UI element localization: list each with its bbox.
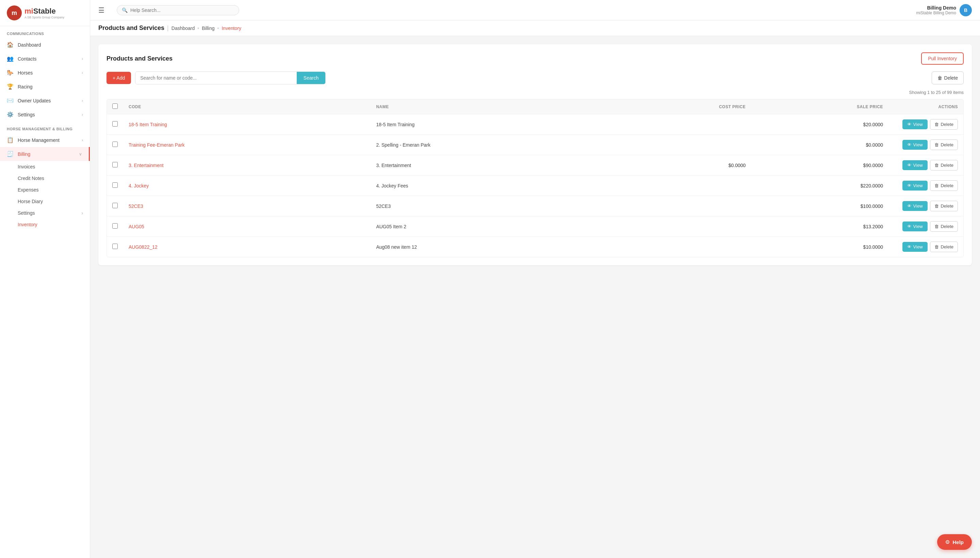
help-button[interactable]: ⊙ Help xyxy=(937,534,972,550)
sidebar-item-settings[interactable]: ⚙️ Settings › xyxy=(0,108,90,121)
row-code[interactable]: 3. Entertainment xyxy=(123,155,371,176)
view-button[interactable]: 👁 View xyxy=(903,181,927,190)
table-row: 3. Entertainment 3. Entertainment $0.000… xyxy=(107,155,963,176)
select-all-checkbox[interactable] xyxy=(112,103,118,109)
hamburger-icon[interactable]: ☰ xyxy=(98,6,105,14)
sidebar-item-owner-updates[interactable]: ✉️ Owner Updates › xyxy=(0,94,90,108)
delete-row-button[interactable]: 🗑 Delete xyxy=(930,241,958,252)
row-checkbox[interactable] xyxy=(112,162,118,167)
delete-row-button[interactable]: 🗑 Delete xyxy=(930,201,958,211)
sidebar-sub-invoices[interactable]: Invoices xyxy=(0,161,90,172)
row-actions: 👁 View 🗑 Delete xyxy=(888,217,963,237)
sidebar-sub-credit-notes[interactable]: Credit Notes xyxy=(0,172,90,184)
topbar-search: 🔍 xyxy=(117,5,239,15)
row-code[interactable]: 52CE3 xyxy=(123,196,371,217)
page-title: Products and Services xyxy=(98,25,164,32)
row-checkbox[interactable] xyxy=(112,182,118,188)
trash-icon: 🗑 xyxy=(934,162,939,168)
help-icon: ⊙ xyxy=(945,539,950,545)
view-button[interactable]: 👁 View xyxy=(903,222,927,231)
search-icon: 🔍 xyxy=(122,8,128,13)
delete-row-button[interactable]: 🗑 Delete xyxy=(930,140,958,150)
row-code[interactable]: AUG0822_12 xyxy=(123,237,371,257)
eye-icon: 👁 xyxy=(907,224,912,229)
trash-icon: 🗑 xyxy=(934,183,939,188)
row-checkbox[interactable] xyxy=(112,244,118,249)
logo-text: miStable xyxy=(25,7,64,16)
row-actions: 👁 View 🗑 Delete xyxy=(888,237,963,257)
view-button[interactable]: 👁 View xyxy=(903,242,927,252)
chevron-right-icon: › xyxy=(82,98,83,103)
delete-row-button[interactable]: 🗑 Delete xyxy=(930,181,958,191)
horse-mgmt-icon: 📋 xyxy=(7,137,14,143)
breadcrumb-dashboard[interactable]: Dashboard xyxy=(171,26,195,31)
sidebar-item-billing[interactable]: 🧾 Billing ∨ xyxy=(0,147,90,161)
sidebar-item-horses[interactable]: 🐎 Horses › xyxy=(0,66,90,80)
row-checkbox[interactable] xyxy=(112,223,118,229)
table-row: 52CE3 52CE3 $100.0000 👁 View 🗑 Delete xyxy=(107,196,963,217)
chevron-right-icon: › xyxy=(82,56,83,61)
breadcrumb-dot: • xyxy=(197,26,199,31)
user-name: Billing Demo xyxy=(916,5,956,11)
sidebar-item-racing[interactable]: 🏆 Racing xyxy=(0,80,90,94)
view-button[interactable]: 👁 View xyxy=(903,140,927,150)
products-table: CODE NAME COST PRICE SALE PRICE ACTIONS … xyxy=(107,99,963,257)
row-code[interactable]: Training Fee-Emeran Park xyxy=(123,135,371,155)
sidebar-sub-horse-diary[interactable]: Horse Diary xyxy=(0,195,90,207)
row-checkbox[interactable] xyxy=(112,121,118,126)
row-name: AUG05 Item 2 xyxy=(371,217,612,237)
racing-icon: 🏆 xyxy=(7,84,14,90)
search-field-wrap: Search xyxy=(135,71,326,84)
sidebar-item-label: Racing xyxy=(18,84,83,89)
row-code[interactable]: 18-5 Item Training xyxy=(123,114,371,135)
col-cost-price: COST PRICE xyxy=(612,99,751,114)
sidebar: m miStable A SB Sports Group Company COM… xyxy=(0,0,90,558)
sidebar-sub-settings[interactable]: Settings › xyxy=(0,207,90,219)
pull-inventory-button[interactable]: Pull Inventory xyxy=(921,53,964,65)
trash-icon: 🗑 xyxy=(934,142,939,147)
row-name: 52CE3 xyxy=(371,196,612,217)
row-actions: 👁 View 🗑 Delete xyxy=(888,114,963,135)
row-actions: 👁 View 🗑 Delete xyxy=(888,155,963,176)
eye-icon: 👁 xyxy=(907,244,912,249)
sidebar-sub-inventory[interactable]: Inventory xyxy=(0,219,90,230)
view-button[interactable]: 👁 View xyxy=(903,120,927,129)
row-sale-price: $13.2000 xyxy=(751,217,888,237)
sidebar-sub-expenses[interactable]: Expenses xyxy=(0,184,90,195)
row-checkbox[interactable] xyxy=(112,141,118,147)
settings-icon: ⚙️ xyxy=(7,111,14,118)
row-checkbox[interactable] xyxy=(112,203,118,208)
table-row: AUG05 AUG05 Item 2 $13.2000 👁 View 🗑 Del… xyxy=(107,217,963,237)
view-button[interactable]: 👁 View xyxy=(903,201,927,211)
delete-row-button[interactable]: 🗑 Delete xyxy=(930,160,958,171)
search-button[interactable]: Search xyxy=(297,72,325,84)
help-search-input[interactable] xyxy=(130,8,219,13)
contacts-icon: 👥 xyxy=(7,56,14,62)
col-name: NAME xyxy=(371,99,612,114)
sidebar-item-contacts[interactable]: 👥 Contacts › xyxy=(0,52,90,66)
billing-icon: 🧾 xyxy=(7,151,14,157)
table-row: 4. Jockey 4. Jockey Fees $220.0000 👁 Vie… xyxy=(107,176,963,196)
sidebar-item-label: Dashboard xyxy=(18,42,83,48)
row-code[interactable]: AUG05 xyxy=(123,217,371,237)
delete-row-button[interactable]: 🗑 Delete xyxy=(930,221,958,232)
breadcrumb-separator: | xyxy=(167,25,169,32)
breadcrumb-current: Inventory xyxy=(222,26,241,31)
view-button[interactable]: 👁 View xyxy=(903,160,927,170)
row-name: 3. Entertainment xyxy=(371,155,612,176)
search-input[interactable] xyxy=(135,72,297,84)
sidebar-item-dashboard[interactable]: 🏠 Dashboard xyxy=(0,38,90,52)
row-sale-price: $0.0000 xyxy=(751,135,888,155)
breadcrumb-billing[interactable]: Billing xyxy=(202,26,214,31)
home-icon: 🏠 xyxy=(7,41,14,48)
trash-icon: 🗑 xyxy=(934,244,939,249)
row-code[interactable]: 4. Jockey xyxy=(123,176,371,196)
delete-toolbar-button[interactable]: 🗑 Delete xyxy=(932,71,964,84)
chevron-down-icon: ∨ xyxy=(79,152,82,156)
sidebar-item-label: Settings xyxy=(18,112,77,117)
sidebar-item-label: Contacts xyxy=(18,56,77,62)
toolbar: + Add Search 🗑 Delete xyxy=(107,71,964,84)
sidebar-item-horse-management[interactable]: 📋 Horse Management › xyxy=(0,133,90,147)
delete-row-button[interactable]: 🗑 Delete xyxy=(930,119,958,130)
add-button[interactable]: + Add xyxy=(107,72,131,84)
